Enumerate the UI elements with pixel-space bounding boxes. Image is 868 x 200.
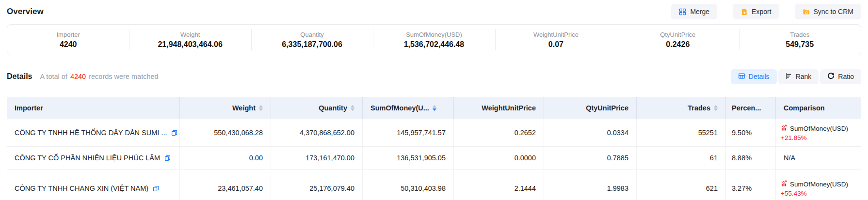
col-header-percentage: Percen... xyxy=(726,97,776,119)
importer-cell: CÔNG TY CỔ PHẦN NHIÊN LIỆU PHÚC LÂM xyxy=(7,147,180,169)
qty-unit-price-cell: 1.9983 xyxy=(544,169,637,200)
overview-stats-card: Importer 4240 Weight 21,948,403,464.06 Q… xyxy=(7,24,861,55)
qty-unit-price-cell: 0.0334 xyxy=(544,119,637,146)
table-row: CÔNG TY TNHH HỆ THỐNG DÂY DẪN SUMI ... 5… xyxy=(7,119,861,147)
merge-icon xyxy=(679,8,686,15)
weight-cell: 550,430,068.28 xyxy=(180,119,271,146)
merge-button[interactable]: Merge xyxy=(671,4,717,19)
comparison-label: SumOfMoney(USD) xyxy=(790,125,848,132)
col-header-sum-of-money[interactable]: SumOfMoney(U... xyxy=(363,97,454,119)
records-summary: A total of4240records were matched xyxy=(40,73,158,80)
col-header-sum-of-money-label: SumOfMoney(U... xyxy=(370,104,429,112)
comparison-change: +55.43% xyxy=(781,190,807,197)
sort-icon-sum-of-money-active-desc[interactable] xyxy=(433,105,436,111)
col-header-quantity[interactable]: Quantity xyxy=(271,97,363,119)
table-header-row: Importer Weight Quantity SumOfMoney(U...… xyxy=(7,97,861,119)
table-row: CÔNG TY CỔ PHẦN NHIÊN LIỆU PHÚC LÂM 0.00… xyxy=(7,147,861,169)
col-header-weight-label: Weight xyxy=(232,104,256,112)
table-row: CÔNG TY TNHH CHANG XIN (VIỆT NAM) 23,461… xyxy=(7,169,861,200)
summary-suffix: records were matched xyxy=(89,73,158,80)
tab-ratio-label: Ratio xyxy=(838,73,854,80)
export-button-label: Export xyxy=(752,8,771,15)
importer-name[interactable]: CÔNG TY TNHH CHANG XIN (VIỆT NAM) xyxy=(15,185,148,192)
stat-trades: Trades 549,735 xyxy=(739,25,861,55)
stat-quantity: Quantity 6,335,187,700.06 xyxy=(251,25,373,55)
stat-label: Importer xyxy=(57,31,80,38)
table-icon xyxy=(738,73,745,81)
sum-of-money-cell: 136,531,905.05 xyxy=(363,147,454,169)
stat-value: 0.2426 xyxy=(666,40,690,49)
stat-label: Quantity xyxy=(300,31,323,38)
stat-value: 6,335,187,700.06 xyxy=(282,40,342,49)
stat-weight: Weight 21,948,403,464.06 xyxy=(129,25,251,55)
page-title: Overview xyxy=(7,7,44,16)
rank-bars-icon xyxy=(786,73,792,81)
stat-value: 1,536,702,446.48 xyxy=(404,40,465,49)
sync-folder-icon xyxy=(803,8,810,15)
comparison-cell: SumOfMoney(USD) +55.43% xyxy=(776,169,861,200)
sort-icon-trades[interactable] xyxy=(714,105,718,111)
trades-cell: 621 xyxy=(637,169,726,200)
tab-rank[interactable]: Rank xyxy=(778,69,819,84)
weight-unit-price-cell: 0.2652 xyxy=(454,119,544,146)
trades-cell: 55251 xyxy=(637,119,726,146)
copy-icon[interactable] xyxy=(153,185,159,192)
weight-cell: 23,461,057.40 xyxy=(180,169,271,200)
col-header-weight[interactable]: Weight xyxy=(180,97,271,119)
export-file-icon xyxy=(740,8,748,15)
col-header-trades-label: Trades xyxy=(688,104,710,112)
weight-unit-price-cell: 2.1444 xyxy=(454,169,544,200)
record-count: 4240 xyxy=(70,73,86,80)
details-bar: Details A total of4240records were match… xyxy=(7,69,861,84)
stat-value: 21,948,403,464.06 xyxy=(158,40,222,49)
importer-name[interactable]: CÔNG TY CỔ PHẦN NHIÊN LIỆU PHÚC LÂM xyxy=(15,154,160,162)
tab-rank-label: Rank xyxy=(796,73,812,80)
sort-icon-weight[interactable] xyxy=(259,105,263,111)
col-header-weight-unit-price: WeightUnitPrice xyxy=(454,97,544,119)
tab-details-label: Details xyxy=(749,73,770,80)
qty-unit-price-cell: 0.7885 xyxy=(544,147,637,169)
stat-importer: Importer 4240 xyxy=(7,25,129,55)
col-header-qty-unit-price: QtyUnitPrice xyxy=(544,97,637,119)
importer-cell: CÔNG TY TNHH CHANG XIN (VIỆT NAM) xyxy=(7,169,180,200)
tab-details[interactable]: Details xyxy=(731,69,777,84)
chart-up-icon xyxy=(781,180,788,188)
percentage-cell: 3.27% xyxy=(726,169,776,200)
details-title: Details xyxy=(7,72,32,81)
sum-of-money-cell: 50,310,403.98 xyxy=(363,169,454,200)
col-header-trades[interactable]: Trades xyxy=(637,97,726,119)
chart-up-icon xyxy=(781,124,788,133)
table-body: CÔNG TY TNHH HỆ THỐNG DÂY DẪN SUMI ... 5… xyxy=(7,119,861,200)
col-header-comparison: Comparison xyxy=(776,97,861,119)
stat-sum-of-money: SumOfMoney(USD) 1,536,702,446.48 xyxy=(373,25,495,55)
comparison-cell: SumOfMoney(USD) +21.85% xyxy=(776,119,861,146)
stat-label: SumOfMoney(USD) xyxy=(406,31,462,38)
trades-cell: 61 xyxy=(637,147,726,169)
sync-to-crm-button[interactable]: Sync to CRM xyxy=(795,4,861,19)
summary-prefix: A total of xyxy=(40,73,67,80)
stat-value: 4240 xyxy=(60,40,77,49)
weight-cell: 0.00 xyxy=(180,147,271,169)
export-button[interactable]: Export xyxy=(733,4,779,19)
copy-icon[interactable] xyxy=(164,155,171,161)
quantity-cell: 173,161,470.00 xyxy=(271,147,363,169)
tab-ratio[interactable]: Ratio xyxy=(820,69,861,84)
importer-cell: CÔNG TY TNHH HỆ THỐNG DÂY DẪN SUMI ... xyxy=(7,119,180,146)
stat-weight-unit-price: WeightUnitPrice 0.07 xyxy=(495,25,617,55)
top-actions: Merge Export Sync to CRM xyxy=(671,4,861,19)
view-tabs: Details Rank Ratio xyxy=(731,69,861,84)
stat-label: Weight xyxy=(180,31,200,38)
quantity-cell: 25,176,079.40 xyxy=(271,169,363,200)
sum-of-money-cell: 145,957,741.57 xyxy=(363,119,454,146)
importer-name[interactable]: CÔNG TY TNHH HỆ THỐNG DÂY DẪN SUMI ... xyxy=(15,129,167,137)
ratio-pie-icon xyxy=(827,72,835,81)
comparison-cell: N/A xyxy=(776,147,861,169)
stat-label: QtyUnitPrice xyxy=(660,31,695,38)
sort-icon-quantity[interactable] xyxy=(351,105,354,111)
copy-icon[interactable] xyxy=(171,130,177,136)
col-header-importer: Importer xyxy=(7,97,180,119)
weight-unit-price-cell: 0.0000 xyxy=(454,147,544,169)
percentage-cell: 8.88% xyxy=(726,147,776,169)
percentage-cell: 9.50% xyxy=(726,119,776,146)
stat-label: WeightUnitPrice xyxy=(533,31,579,38)
